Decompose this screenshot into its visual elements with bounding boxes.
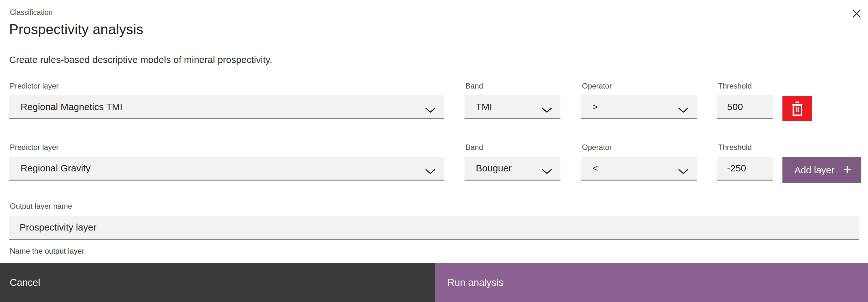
- predictor-row-2: Predictor layer Band Operator Threshold …: [0, 142, 868, 185]
- output-layer-name-label: Output layer name: [10, 202, 72, 211]
- breadcrumb-category: Classification: [10, 8, 53, 17]
- dialog-footer: Cancel Run analysis: [0, 263, 868, 302]
- page-title: Prospectivity analysis: [9, 22, 143, 37]
- cancel-button[interactable]: Cancel: [0, 263, 435, 302]
- close-icon: [852, 9, 861, 18]
- band-label: Band: [465, 82, 483, 90]
- threshold-label: Threshold: [718, 82, 752, 90]
- dialog-description: Create rules-based descriptive models of…: [9, 54, 272, 65]
- add-layer-button[interactable]: Add layer +: [782, 157, 861, 183]
- chevron-down-icon: [541, 165, 552, 171]
- threshold-input[interactable]: [717, 157, 773, 181]
- band-value: TMI: [476, 102, 492, 112]
- band-select[interactable]: Bouguer: [464, 157, 560, 181]
- chevron-down-icon: [678, 165, 689, 171]
- band-label: Band: [465, 143, 483, 152]
- plus-icon: +: [843, 163, 851, 176]
- operator-value: >: [592, 102, 598, 112]
- operator-value: <: [592, 163, 598, 174]
- output-helper-text: Name the output layer.: [10, 247, 86, 255]
- chevron-down-icon: [678, 104, 689, 109]
- cancel-label: Cancel: [10, 277, 40, 289]
- predictor-layer-select[interactable]: Regional Magnetics TMI: [9, 95, 444, 119]
- chevron-down-icon: [541, 104, 552, 109]
- operator-select[interactable]: <: [581, 157, 697, 181]
- predictor-layer-value: Regional Magnetics TMI: [21, 102, 123, 112]
- predictor-layer-label: Predictor layer: [10, 143, 59, 152]
- operator-select[interactable]: >: [581, 95, 697, 119]
- threshold-label: Threshold: [718, 143, 752, 152]
- predictor-layer-select[interactable]: Regional Gravity: [9, 157, 444, 181]
- chevron-down-icon: [425, 165, 436, 171]
- predictor-layer-label: Predictor layer: [10, 82, 59, 90]
- delete-layer-button[interactable]: [782, 96, 812, 121]
- predictor-row-1: Predictor layer Band Operator Threshold …: [0, 81, 868, 123]
- band-value: Bouguer: [476, 163, 512, 174]
- trash-icon: [790, 101, 804, 117]
- band-select[interactable]: TMI: [464, 95, 560, 119]
- add-layer-label: Add layer: [795, 165, 835, 175]
- run-analysis-label: Run analysis: [447, 277, 503, 289]
- threshold-input[interactable]: [717, 95, 773, 119]
- predictor-layer-value: Regional Gravity: [21, 163, 91, 174]
- operator-label: Operator: [582, 82, 612, 90]
- close-button[interactable]: [849, 6, 865, 22]
- run-analysis-button[interactable]: Run analysis: [435, 263, 868, 302]
- operator-label: Operator: [582, 143, 612, 152]
- output-layer-name-input[interactable]: [9, 216, 859, 240]
- chevron-down-icon: [425, 104, 436, 109]
